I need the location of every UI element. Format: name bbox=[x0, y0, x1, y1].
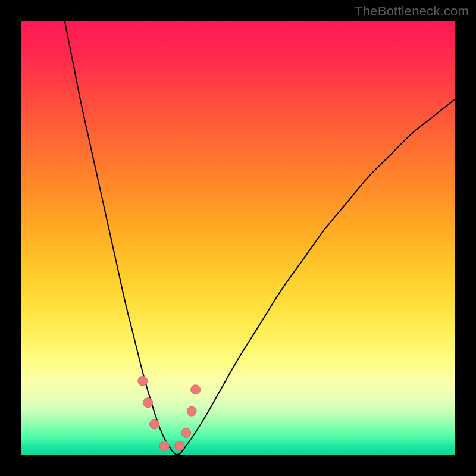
chart-marker bbox=[187, 406, 196, 416]
chart-marker bbox=[143, 398, 153, 408]
chart-marker bbox=[149, 419, 159, 429]
chart-marker bbox=[138, 376, 148, 386]
bottleneck-curve-line bbox=[65, 21, 455, 455]
watermark-text: TheBottleneck.com bbox=[355, 4, 469, 19]
chart-marker bbox=[181, 428, 191, 438]
chart-svg bbox=[21, 21, 455, 455]
chart-marker bbox=[175, 441, 184, 450]
chart-plot-area bbox=[21, 21, 455, 455]
chart-marker bbox=[159, 441, 169, 450]
chart-marker bbox=[191, 385, 201, 394]
